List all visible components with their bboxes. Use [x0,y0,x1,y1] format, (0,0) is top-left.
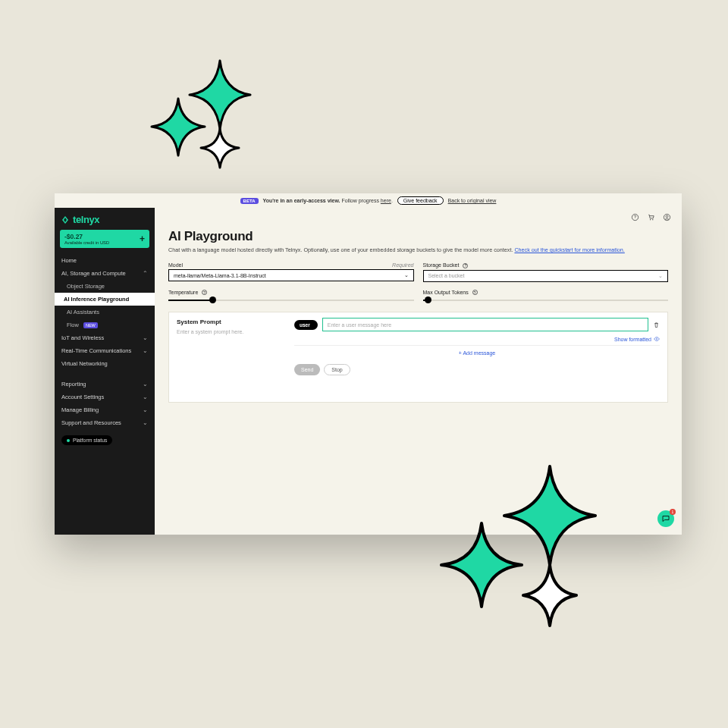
sidebar-item-ai-inference-playground[interactable]: AI Inference Playground [55,293,155,306]
announcement-bar: BETA You're in an early-access view. Fol… [55,193,682,208]
bucket-select[interactable]: Select a bucket ⌄ [423,270,669,282]
required-label: Required [392,262,413,268]
page-description: Chat with a language model hosted direct… [168,246,668,253]
sidebar-item-flow[interactable]: Flow NEW [55,318,155,331]
sidebar-item-label: Object Storage [67,283,105,290]
chevron-up-icon: ⌃ [143,270,148,277]
chevron-down-icon: ⌄ [143,381,148,388]
add-message-label: Add message [463,350,495,356]
sidebar-item-iot-wireless[interactable]: IoT and Wireless ⌄ [55,331,155,344]
add-message-link[interactable]: + Add message [294,346,660,360]
chat-fab[interactable]: 1 [657,510,674,527]
back-to-original-link[interactable]: Back to original view [448,198,497,203]
stop-button[interactable]: Stop [324,364,350,375]
chat-notification-badge: 1 [670,509,676,515]
sparkle-decoration-top [148,57,269,178]
sidebar-item-rtc[interactable]: Real-Time Communications ⌄ [55,344,155,357]
status-dot-icon [67,439,70,442]
info-icon[interactable]: ? [202,290,207,295]
trash-icon[interactable] [653,321,660,329]
model-label: Model [168,262,183,268]
sidebar-item-label: Reporting [61,381,86,388]
svg-point-6 [656,338,657,340]
sidebar-item-label: Flow [67,322,79,328]
brand-logo[interactable]: telnyx [55,208,155,230]
add-credit-icon[interactable]: + [140,234,145,244]
sidebar-item-label: IoT and Wireless [61,334,104,341]
sidebar-item-home[interactable]: Home [55,254,155,267]
model-value: meta-llama/Meta-Llama-3.1-8B-Instruct [174,273,266,278]
max-tokens-slider[interactable] [423,297,669,304]
page-title: AI Playground [168,229,668,244]
sidebar-item-object-storage[interactable]: Object Storage [55,280,155,293]
sidebar-item-ai-assistants[interactable]: AI Assistants [55,306,155,318]
sidebar-item-account-settings[interactable]: Account Settings ⌄ [55,391,155,403]
brand-icon [61,215,70,224]
prompt-card: System Prompt Enter a system prompt here… [168,312,668,403]
eye-icon [654,336,660,342]
system-prompt-input[interactable]: Enter a system prompt here. [177,329,278,334]
svg-point-5 [666,215,668,218]
help-icon[interactable]: ? [631,213,639,221]
chevron-down-icon: ⌄ [143,334,148,341]
show-formatted-label: Show formatted [614,337,651,342]
sidebar-item-manage-billing[interactable]: Manage Billing ⌄ [55,403,155,416]
announcement-text: You're in an early-access view. Follow p… [263,198,393,203]
max-tokens-label: Max Output Tokens [423,290,469,295]
announcement-here-link[interactable]: here [381,198,391,203]
svg-text:?: ? [634,215,636,219]
app-window: BETA You're in an early-access view. Fol… [55,193,682,535]
sidebar-item-label: Real-Time Communications [61,347,131,354]
beta-badge: BETA [240,198,259,204]
credit-box[interactable]: -$0.27 Available credit in USD + [60,230,149,248]
credit-amount: -$0.27 [64,233,109,240]
svg-point-2 [650,219,651,220]
sidebar-item-label: Manage Billing [61,406,99,413]
system-prompt-column: System Prompt Enter a system prompt here… [169,312,287,402]
user-message-input[interactable]: Enter a user message here [322,318,648,331]
temperature-label: Temperature [168,290,198,295]
temperature-slider[interactable] [168,297,414,304]
announcement-bold: You're in an early-access view. [263,198,340,203]
model-control: Model Required meta-llama/Meta-Llama-3.1… [168,262,414,282]
sidebar-item-label: AI Assistants [67,309,99,315]
max-tokens-control: Max Output Tokens ? [423,290,669,305]
sidebar-item-label: Home [61,257,77,264]
platform-status-pill[interactable]: Platform status [61,435,112,445]
system-prompt-heading: System Prompt [177,318,278,325]
messages-column: user Enter a user message here Show form… [287,312,667,402]
sidebar-item-virtual-networking[interactable]: Virtual Networking [55,357,155,370]
page-description-text: Chat with a language model hosted direct… [168,246,514,253]
bucket-placeholder: Select a bucket [428,273,465,278]
give-feedback-button[interactable]: Give feedback [397,196,444,205]
sidebar-item-label: Account Settings [61,394,104,400]
sidebar-item-label: AI Inference Playground [64,296,129,303]
model-select[interactable]: meta-llama/Meta-Llama-3.1-8B-Instruct ⌄ [168,269,414,281]
cart-icon[interactable] [647,213,655,221]
role-pill-user[interactable]: user [294,320,318,330]
send-button[interactable]: Send [294,364,320,375]
message-row: user Enter a user message here [294,318,660,331]
info-icon[interactable]: ? [472,290,478,295]
svg-point-3 [652,219,653,220]
user-message-placeholder: Enter a user message here [328,322,391,328]
chevron-down-icon: ⌄ [404,272,409,278]
brand-text: telnyx [73,214,99,225]
chat-icon [661,514,670,523]
announcement-period: . [391,198,393,203]
status-label: Platform status [73,438,107,443]
user-icon[interactable] [663,213,671,221]
quickstart-link[interactable]: Check out the quickstart for more inform… [514,246,624,253]
sidebar-item-reporting[interactable]: Reporting ⌄ [55,378,155,391]
info-icon[interactable]: ? [463,263,468,268]
sidebar-item-label: Virtual Networking [61,360,108,367]
bucket-label: Storage Bucket [423,262,460,268]
show-formatted-link[interactable]: Show formatted [294,336,660,342]
sidebar-item-support-resources[interactable]: Support and Resources ⌄ [55,416,155,429]
announcement-follow: Follow progress [340,198,381,203]
sidebar: telnyx -$0.27 Available credit in USD + … [55,208,155,535]
sidebar-item-label: AI, Storage and Compute [61,270,126,277]
chevron-down-icon: ⌄ [658,273,663,279]
temperature-control: Temperature ? [168,290,414,305]
sidebar-item-ai-storage-compute[interactable]: AI, Storage and Compute ⌃ [55,267,155,280]
